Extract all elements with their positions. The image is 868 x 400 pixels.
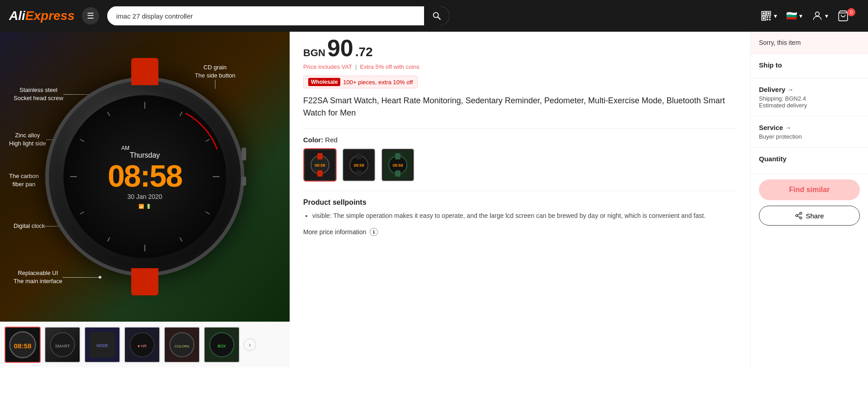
find-similar-label: Find similar	[789, 186, 830, 194]
svg-line-1	[438, 17, 441, 20]
annotation-digital-clock: Digital clock	[14, 222, 45, 230]
info-icon: ℹ	[370, 228, 378, 236]
wholesale-tag: Wholesale	[308, 78, 340, 86]
sellpoint-item-1: visible: The simple operation makes it e…	[312, 211, 737, 221]
sidebar-panel: Sorry, this item Ship to Delivery → Ship…	[750, 32, 868, 367]
price-main: 90	[327, 36, 353, 60]
flag-icon: 🇧🇬	[786, 10, 797, 21]
color-label: Color: Red	[303, 136, 737, 144]
user-button[interactable]: ▾	[811, 10, 828, 22]
color-swatch-red[interactable]: 08:58	[303, 148, 337, 182]
svg-rect-40	[317, 153, 323, 159]
color-swatch-black[interactable]: 08:58	[342, 148, 376, 182]
main-content: CD grain The side button Stainless steel…	[0, 32, 868, 367]
svg-line-21	[108, 237, 110, 241]
color-section: Color: Red 08:58	[303, 136, 737, 182]
quantity-row: Quantity	[751, 148, 868, 174]
search-bar	[106, 5, 450, 26]
svg-line-22	[80, 212, 84, 214]
price-row: BGN 90 .72	[303, 36, 737, 60]
product-title: F22SA Smart Watch, Heart Rate Monitoring…	[303, 95, 737, 119]
price-note: Price includes VAT | Extra 5% off with c…	[303, 63, 737, 70]
delivery-arrow: →	[787, 86, 793, 93]
svg-line-56	[798, 216, 800, 217]
sorry-banner: Sorry, this item	[751, 32, 868, 54]
watch-day: Thursday	[130, 151, 160, 159]
svg-rect-41	[317, 170, 323, 177]
buyer-protection: Buyer protection	[759, 133, 860, 140]
wholesale-badge: Wholesale 100+ pieces, extra 10% off	[303, 76, 418, 88]
product-main-image: CD grain The side button Stainless steel…	[0, 32, 290, 322]
watch-status-icons: 📶 🔋	[138, 204, 151, 209]
svg-point-53	[800, 212, 802, 215]
thumbnail-next-button[interactable]: ›	[243, 338, 256, 351]
thumbnail-1[interactable]: 08:58	[5, 327, 41, 363]
search-icon	[432, 11, 442, 21]
search-input[interactable]	[107, 6, 424, 25]
thumbnail-strip: 08:58 SMART MODE ♥ HR	[0, 322, 290, 367]
ship-to-title: Ship to	[759, 61, 860, 69]
color-options: 08:58 08:58	[303, 148, 737, 182]
annotation-carbon: The carbonfiber pan	[9, 172, 39, 188]
svg-rect-10	[767, 19, 768, 20]
price-currency: BGN	[303, 47, 325, 59]
sellpoints-title: Product sellpoints	[303, 198, 737, 207]
watch-body: AM Thursday 08:58 30 Jan 2020 📶 🔋	[45, 77, 244, 276]
svg-rect-8	[767, 16, 768, 18]
annotation-replaceable: Replaceable UIThe main interface	[14, 269, 62, 285]
watch-face: AM Thursday 08:58 30 Jan 2020 📶 🔋	[63, 95, 226, 258]
watch-time: 08:58	[108, 160, 182, 191]
cart-button[interactable]: 0	[837, 10, 859, 22]
watch-date: 30 Jan 2020	[127, 193, 162, 200]
color-swatch-green[interactable]: 08:58	[381, 148, 415, 182]
thumbnail-5[interactable]: COLORS	[164, 327, 200, 363]
quantity-label: Quantity	[759, 155, 860, 163]
thumbnail-2[interactable]: SMART	[44, 327, 81, 363]
svg-rect-5	[768, 12, 769, 14]
find-similar-button[interactable]: Find similar	[759, 179, 860, 200]
header-icons: ▾ 🇧🇬 ▾ ▾ 0	[760, 10, 859, 22]
header: AliExpress ☰ ▾	[0, 0, 868, 32]
delivery-row[interactable]: Delivery → Shipping: BGN2.4 Estimated de…	[751, 78, 868, 116]
share-icon	[795, 212, 803, 220]
qr-button[interactable]: ▾	[760, 10, 777, 22]
selected-color: Red	[325, 136, 338, 144]
thumbnail-3[interactable]: MODE	[84, 327, 120, 363]
svg-text:08:58: 08:58	[315, 163, 325, 168]
svg-line-15	[180, 112, 182, 116]
svg-text:SMART: SMART	[55, 343, 70, 348]
share-button[interactable]: Share	[759, 206, 860, 226]
thumbnail-6[interactable]: BOX	[204, 327, 240, 363]
ship-to-row[interactable]: Ship to	[751, 54, 868, 78]
product-info: BGN 90 .72 Price includes VAT | Extra 5%…	[290, 32, 750, 367]
sellpoints-list: visible: The simple operation makes it e…	[303, 211, 737, 221]
svg-point-0	[433, 13, 438, 18]
svg-rect-7	[763, 17, 764, 19]
more-price-label: More price information	[303, 228, 366, 236]
svg-rect-9	[769, 16, 771, 18]
wholesale-text: 100+ pieces, extra 10% off	[343, 79, 413, 86]
service-arrow: →	[785, 124, 791, 131]
svg-rect-46	[356, 170, 362, 177]
svg-point-54	[796, 215, 798, 217]
language-button[interactable]: 🇧🇬 ▾	[786, 10, 802, 21]
svg-line-16	[205, 140, 210, 142]
annotation-stainless: Stainless steelSocket head screw	[14, 86, 63, 102]
annotation-zinc: Zinc alloyHigh light side	[9, 131, 46, 148]
menu-button[interactable]: ☰	[82, 7, 99, 24]
search-button[interactable]	[424, 6, 449, 25]
thumbnail-4[interactable]: ♥ HR	[124, 327, 160, 363]
svg-rect-45	[356, 153, 362, 159]
shipping-info: Shipping: BGN2.4	[759, 95, 860, 102]
service-row[interactable]: Service → Buyer protection	[751, 116, 868, 148]
svg-rect-51	[395, 170, 401, 177]
product-image-section: CD grain The side button Stainless steel…	[0, 32, 290, 367]
watch-am: AM	[121, 145, 129, 151]
svg-text:08:58: 08:58	[392, 163, 403, 168]
more-price-row[interactable]: More price information ℹ	[303, 228, 737, 236]
service-title: Service →	[759, 124, 860, 131]
estimated-delivery: Estimated delivery	[759, 102, 860, 109]
svg-text:MODE: MODE	[96, 343, 108, 348]
svg-point-12	[816, 12, 820, 16]
price-decimal: .72	[355, 45, 373, 59]
